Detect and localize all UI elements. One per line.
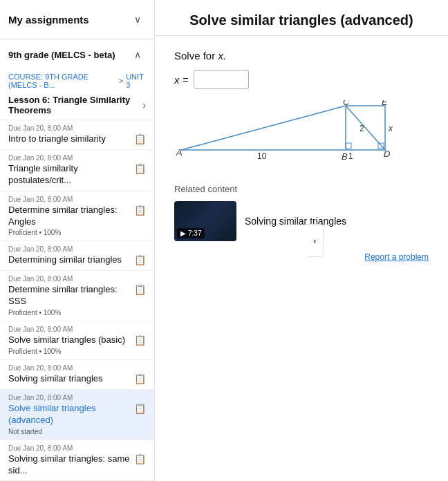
assignment-name-2: Determine similar triangles: Angles — [8, 205, 131, 228]
main-content: Solve similar triangles (advanced) Solve… — [155, 0, 448, 481]
grade-section-title: 9th grade (MELCS - beta) — [8, 50, 115, 60]
svg-text:x: x — [388, 124, 393, 133]
svg-text:E: E — [382, 100, 388, 107]
assignment-row-1: Triangle similarity postulates/crit... 📋 — [8, 163, 146, 187]
due-date-0: Due Jan 20, 8:00 AM — [8, 124, 146, 132]
svg-text:B: B — [342, 151, 348, 162]
report-problem-link[interactable]: Report a problem — [174, 252, 429, 262]
main-body: Solve for x. x = — [155, 36, 448, 481]
video-duration-badge: ▶ 7:37 — [177, 228, 205, 238]
assignment-row-6: Solving similar triangles 📋 — [8, 373, 146, 385]
assignment-item-8[interactable]: Due Jan 20, 8:00 AM Solving similar tria… — [0, 440, 154, 481]
main-wrapper: ‹ Solve similar triangles (advanced) Sol… — [155, 0, 448, 481]
assignment-edit-icon-1: 📋 — [134, 163, 146, 174]
assignment-item-1[interactable]: Due Jan 20, 8:00 AM Triangle similarity … — [0, 150, 154, 191]
video-duration: 7:37 — [188, 229, 201, 237]
assignment-item-5[interactable]: Due Jan 20, 8:00 AM Solve similar triang… — [0, 321, 154, 360]
assignment-row-7: Solve similar triangles (advanced) 📋 — [8, 403, 146, 426]
x-input[interactable] — [194, 70, 249, 89]
grade-section-header[interactable]: 9th grade (MELCS - beta) ∧ — [0, 39, 154, 68]
svg-line-1 — [181, 106, 346, 150]
svg-text:D: D — [384, 149, 390, 159]
assignment-edit-icon-2: 📋 — [134, 205, 146, 216]
assignment-name-1: Triangle similarity postulates/crit... — [8, 163, 131, 187]
solve-for-text: Solve for x. — [174, 50, 429, 62]
lesson-arrow-icon: › — [142, 100, 146, 111]
assignment-name-8: Solving similar triangles: same sid... — [8, 453, 131, 477]
assignment-edit-icon-3: 📋 — [134, 254, 146, 265]
svg-text:1: 1 — [348, 151, 353, 161]
equation-row: x = — [174, 70, 429, 89]
breadcrumb-course[interactable]: COURSE: 9TH GRADE (MELCS - B... — [8, 73, 116, 89]
related-content-section: Related content ▶ 7:37 Solving similar t… — [174, 184, 429, 241]
assignment-name-0: Intro to triangle similarity — [8, 133, 131, 145]
solve-for-variable: x. — [218, 50, 226, 62]
assignment-row-5: Solve similar triangles (basic) 📋 — [8, 334, 146, 346]
related-content-label: Related content — [174, 184, 429, 194]
assignment-edit-icon-4: 📋 — [134, 284, 146, 295]
my-assignments-title: My assignments — [8, 14, 89, 26]
sidebar-toggle-button[interactable]: ‹ — [307, 224, 324, 257]
breadcrumb-unit[interactable]: UNIT 3 — [126, 73, 146, 89]
due-date-1: Due Jan 20, 8:00 AM — [8, 154, 146, 162]
my-assignments-collapse-icon[interactable]: ∨ — [129, 11, 146, 28]
video-card[interactable]: ▶ 7:37 Solving similar triangles — [174, 201, 429, 241]
triangle-diagram: A B C E D 2 x 10 1 — [174, 100, 402, 162]
due-date-2: Due Jan 20, 8:00 AM — [8, 196, 146, 203]
assignment-row-8: Solving similar triangles: same sid... 📋 — [8, 453, 146, 477]
chevron-left-icon: ‹ — [313, 236, 316, 246]
assignment-item-4[interactable]: Due Jan 20, 8:00 AM Determine similar tr… — [0, 271, 154, 321]
assignment-edit-icon-7: 📋 — [134, 403, 146, 414]
lesson-row[interactable]: Lesson 6: Triangle Similarity Theorems › — [0, 91, 154, 120]
proficiency-5: Proficient • 100% — [8, 348, 146, 355]
proficiency-7: Not started — [8, 428, 146, 435]
lesson-title: Lesson 6: Triangle Similarity Theorems — [8, 95, 142, 115]
video-title: Solving similar triangles — [245, 216, 346, 227]
due-date-8: Due Jan 20, 8:00 AM — [8, 444, 146, 452]
assignment-item-2[interactable]: Due Jan 20, 8:00 AM Determine similar tr… — [0, 191, 154, 242]
svg-text:10: 10 — [257, 151, 267, 161]
assignment-name-7: Solve similar triangles (advanced) — [8, 403, 131, 426]
grade-section-collapse-icon[interactable]: ∧ — [129, 46, 146, 63]
svg-text:A: A — [176, 147, 183, 158]
assignment-row-3: Determining similar triangles 📋 — [8, 254, 146, 266]
due-date-6: Due Jan 20, 8:00 AM — [8, 364, 146, 372]
svg-text:C: C — [343, 100, 350, 107]
solve-for-label: Solve for — [174, 50, 215, 62]
svg-text:2: 2 — [360, 124, 364, 133]
assignment-name-5: Solve similar triangles (basic) — [8, 334, 131, 346]
due-date-7: Due Jan 20, 8:00 AM — [8, 394, 146, 402]
assignment-edit-icon-8: 📋 — [134, 453, 146, 464]
equation-label: x = — [174, 74, 188, 86]
main-header: Solve similar triangles (advanced) — [155, 0, 448, 36]
proficiency-4: Proficient • 100% — [8, 309, 146, 317]
svg-rect-6 — [346, 143, 351, 149]
assignment-item-0[interactable]: Due Jan 20, 8:00 AM Intro to triangle si… — [0, 120, 154, 150]
assignment-row-2: Determine similar triangles: Angles 📋 — [8, 205, 146, 228]
page-title: Solve similar triangles (advanced) — [169, 12, 434, 28]
assignment-name-6: Solving similar triangles — [8, 373, 131, 385]
sidebar: My assignments ∨ 9th grade (MELCS - beta… — [0, 0, 155, 481]
assignment-item-7[interactable]: Due Jan 20, 8:00 AM Solve similar triang… — [0, 390, 154, 440]
assignment-row-4: Determine similar triangles: SSS 📋 — [8, 284, 146, 308]
breadcrumb: COURSE: 9TH GRADE (MELCS - B... > UNIT 3 — [0, 68, 154, 91]
assignment-edit-icon-0: 📋 — [134, 133, 146, 144]
assignment-edit-icon-6: 📋 — [134, 373, 146, 384]
breadcrumb-separator: > — [119, 77, 123, 85]
due-date-5: Due Jan 20, 8:00 AM — [8, 326, 146, 333]
assignment-edit-icon-5: 📋 — [134, 334, 146, 346]
due-date-4: Due Jan 20, 8:00 AM — [8, 275, 146, 283]
assignment-name-3: Determining similar triangles — [8, 254, 131, 266]
assignment-row-0: Intro to triangle similarity 📋 — [8, 133, 146, 145]
assignment-item-6[interactable]: Due Jan 20, 8:00 AM Solving similar tria… — [0, 360, 154, 390]
proficiency-2: Proficient • 100% — [8, 229, 146, 236]
due-date-3: Due Jan 20, 8:00 AM — [8, 245, 146, 253]
my-assignments-header[interactable]: My assignments ∨ — [0, 0, 154, 39]
assignment-name-4: Determine similar triangles: SSS — [8, 284, 131, 308]
assignment-item-3[interactable]: Due Jan 20, 8:00 AM Determining similar … — [0, 241, 154, 271]
play-icon: ▶ — [180, 229, 186, 237]
video-thumbnail: ▶ 7:37 — [174, 201, 236, 241]
